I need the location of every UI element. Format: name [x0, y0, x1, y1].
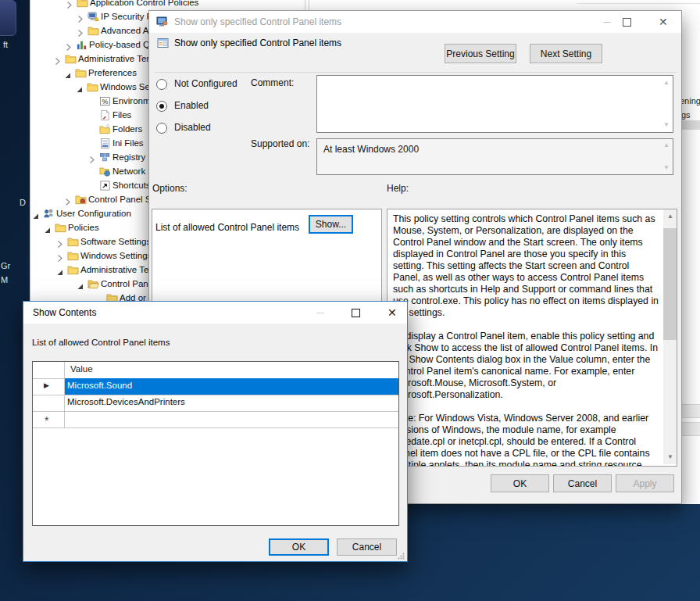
help-panel: This policy setting controls which Contr…: [387, 209, 677, 467]
show-button[interactable]: Show...: [309, 215, 353, 234]
scroll-up-icon[interactable]: ▲: [667, 213, 673, 220]
maximize-icon[interactable]: [352, 309, 360, 317]
scrollbar-thumb[interactable]: [663, 228, 677, 340]
folder-icon: [65, 53, 77, 65]
scroll-down-icon[interactable]: ▼: [667, 454, 673, 460]
show-contents-dialog: Show Contents ✕ List of allowed Control …: [23, 301, 408, 562]
group-policy-icon: [156, 16, 169, 28]
scroll-up-icon[interactable]: ▲: [663, 80, 670, 86]
tree-item-label: Files: [112, 110, 131, 120]
chevron-right-icon[interactable]: [65, 0, 73, 7]
chevron-down-icon[interactable]: [76, 280, 84, 288]
policy-dialog-titlebar[interactable]: Show only specified Control Panel items …: [149, 11, 681, 33]
close-icon[interactable]: ✕: [388, 307, 397, 318]
resize-grip[interactable]: [398, 549, 405, 563]
ok-button[interactable]: OK: [491, 474, 549, 492]
settings-pane-text-fragment: ening: [680, 96, 700, 106]
ok-button[interactable]: OK: [269, 538, 329, 556]
chevron-down-icon[interactable]: [43, 224, 52, 232]
folder-icon: [67, 236, 79, 248]
chevron-down-icon[interactable]: [55, 266, 64, 274]
tree-item-label: Folders: [112, 124, 142, 134]
folder-icon: [75, 67, 87, 79]
tree-item-label: Control Panel: [101, 279, 155, 288]
new-row-marker: *: [45, 414, 48, 427]
maximize-icon[interactable]: [623, 18, 631, 27]
chevron-right-icon[interactable]: [76, 13, 84, 21]
comment-textarea[interactable]: ▲ ▼: [316, 75, 673, 133]
current-row-marker: ▶: [44, 381, 49, 389]
radio-disabled[interactable]: [156, 123, 167, 134]
options-label: Options:: [152, 183, 188, 194]
radio-enabled[interactable]: [156, 101, 167, 112]
table-row[interactable]: ▶Microsoft.Sound: [33, 378, 398, 395]
value-cell[interactable]: Microsoft.DevicesAndPrinters: [67, 397, 185, 406]
tree-item-label: Policies: [68, 223, 99, 232]
tree-item-label: Application Control Policies: [90, 0, 198, 7]
desktop-text-fragment: Gr: [1, 261, 10, 270]
chevron-down-icon[interactable]: [75, 83, 84, 91]
tree-item[interactable]: Application Control Policies: [30, 0, 305, 10]
supported-on-box: At least Windows 2000 ▲ ▼: [316, 138, 673, 175]
folder-icon: [67, 250, 79, 262]
chevron-right-icon[interactable]: [88, 153, 96, 162]
header-divider: [154, 72, 677, 73]
previous-setting-button[interactable]: Previous Setting: [445, 44, 516, 63]
chart-icon: [76, 39, 88, 51]
help-scrollbar[interactable]: ▲ ▼: [663, 209, 677, 464]
minimize-icon[interactable]: [603, 22, 611, 23]
help-text: This policy setting controls which Contr…: [393, 213, 659, 467]
minimize-icon[interactable]: [316, 313, 324, 313]
chevron-right-icon[interactable]: [55, 252, 64, 260]
setting-icon: [157, 37, 170, 49]
comment-label: Comment:: [251, 77, 294, 88]
desktop-text-fragment: M: [1, 275, 8, 284]
cpfolder-icon: [75, 194, 87, 206]
radio-label: Enabled: [174, 100, 209, 111]
scroll-down-icon[interactable]: ▼: [663, 165, 670, 171]
chevron-right-icon[interactable]: [64, 41, 73, 49]
scroll-down-icon[interactable]: ▼: [663, 122, 670, 128]
tree-item-label: Windows Settings: [80, 251, 152, 260]
folder-icon: [87, 81, 98, 93]
desktop-icon[interactable]: [0, 0, 16, 36]
apply-button[interactable]: Apply: [616, 474, 674, 492]
tree-item-label: Registry: [112, 152, 145, 162]
radio-label: Not Configured: [174, 78, 238, 89]
chevron-down-icon[interactable]: [63, 69, 72, 77]
radio-not-configured[interactable]: [156, 79, 167, 90]
tree-item-label: Software Settings: [80, 237, 151, 246]
row-selector-divider: [64, 362, 65, 427]
files-icon: [99, 109, 111, 121]
desktop-icon-label: ft: [3, 40, 8, 49]
value-column-header[interactable]: Value: [70, 364, 93, 374]
tree-item-label: Ini Files: [112, 138, 144, 148]
supported-on-value: At least Windows 2000: [323, 144, 419, 155]
option-item-label: List of allowed Control Panel items: [155, 222, 299, 233]
tree-item-label: User Configuration: [56, 209, 131, 218]
close-icon[interactable]: ✕: [659, 16, 668, 27]
chevron-right-icon[interactable]: [55, 238, 64, 246]
desktop-text-fragment: D: [20, 198, 26, 207]
pane-divider: [577, 3, 700, 4]
chevron-right-icon[interactable]: [63, 195, 72, 204]
next-setting-button[interactable]: Next Setting: [530, 44, 602, 63]
settings-pane-text-fragment: gs: [681, 110, 691, 120]
table-row[interactable]: Microsoft.DevicesAndPrinters: [33, 395, 398, 412]
cancel-button[interactable]: Cancel: [337, 538, 397, 556]
chevron-down-icon[interactable]: [31, 209, 40, 218]
chevron-right-icon[interactable]: [76, 27, 84, 35]
shortcut-icon: [99, 180, 111, 191]
table-new-row[interactable]: *: [33, 411, 398, 428]
folder-icon: [67, 264, 79, 276]
cancel-button[interactable]: Cancel: [553, 474, 612, 492]
chevron-right-icon[interactable]: [53, 55, 62, 63]
tree-item-label: Shortcuts: [112, 181, 151, 190]
help-label: Help:: [387, 183, 409, 194]
scroll-up-icon[interactable]: ▲: [663, 142, 670, 148]
value-cell[interactable]: Microsoft.Sound: [67, 381, 132, 390]
policy-dialog-title: Show only specified Control Panel items: [174, 16, 341, 27]
openfolder-icon: [88, 278, 99, 290]
show-contents-title: Show Contents: [33, 307, 96, 318]
show-contents-titlebar[interactable]: Show Contents ✕: [23, 302, 407, 324]
